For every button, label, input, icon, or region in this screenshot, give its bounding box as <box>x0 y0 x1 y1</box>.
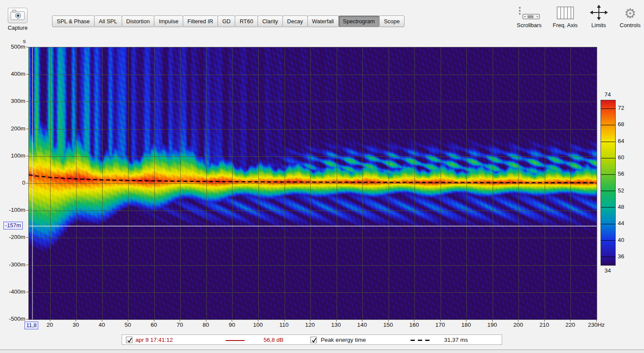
axis-tick <box>26 292 28 292</box>
gear-icon: ⚙ <box>624 3 636 21</box>
view-tabs: SPL & PhaseAll SPLDistortionImpulseFilte… <box>52 15 405 27</box>
check-icon <box>311 337 317 344</box>
camera-icon <box>8 8 28 23</box>
freq-cursor-readout: 11,8 <box>25 322 38 329</box>
tab-distortion[interactable]: Distortion <box>122 15 155 27</box>
axis-tick <box>154 319 154 322</box>
tab-impulse[interactable]: Impulse <box>154 15 183 27</box>
axis-tick <box>180 319 180 322</box>
axis-tick <box>26 74 28 74</box>
axis-tick <box>206 319 206 322</box>
axis-tick <box>26 47 28 47</box>
tab-decay[interactable]: Decay <box>282 15 308 27</box>
axis-tick <box>26 319 28 319</box>
colorbar-tick-label: 40 <box>618 237 624 243</box>
tab-waterfall[interactable]: Waterfall <box>307 15 339 27</box>
freq-axis-icon <box>555 3 575 21</box>
tab-rt60[interactable]: RT60 <box>235 15 258 27</box>
measurement-spl-value: 56,8 dB <box>264 337 284 343</box>
capture-label: Capture <box>5 25 30 31</box>
tab-spl-phase[interactable]: SPL & Phase <box>52 15 95 27</box>
tool-label: Scrollbars <box>517 22 542 28</box>
colorbar-tick-label: 72 <box>618 105 624 111</box>
axis-tick <box>258 319 258 322</box>
axis-tick <box>26 237 28 238</box>
tab-gd[interactable]: GD <box>218 15 236 27</box>
freq-tick-label: 230Hz <box>581 322 612 328</box>
time-tick-label: 500m <box>0 43 25 50</box>
axis-tick <box>76 319 76 322</box>
axis-tick <box>440 319 441 322</box>
scrollbars-button[interactable]: Scrollbars <box>517 3 542 28</box>
axis-tick <box>26 210 28 211</box>
axis-tick <box>518 319 518 322</box>
colorbar-tick-label: 56 <box>618 170 624 177</box>
axis-tick <box>388 319 389 322</box>
tab-all-spl[interactable]: All SPL <box>94 15 122 27</box>
time-tick-label: 200m <box>0 125 25 132</box>
measurement-line-sample <box>226 340 245 341</box>
peak-energy-line-sample <box>411 340 431 341</box>
peak-energy-checkbox[interactable] <box>310 337 317 343</box>
axis-tick <box>310 319 310 322</box>
colorbar <box>601 100 616 266</box>
tab-scope[interactable]: Scope <box>379 15 405 27</box>
bottom-divider <box>0 350 644 353</box>
axis-tick <box>26 101 28 102</box>
time-tick-label: -300m <box>0 261 25 268</box>
tab-spectrogram[interactable]: Spectrogram <box>338 15 380 27</box>
controls-button[interactable]: ⚙Controls <box>620 3 641 28</box>
graph-tools: ScrollbarsFreq. AxisLimits⚙Controls <box>517 3 641 28</box>
time-tick-label: 100m <box>0 152 25 159</box>
spectrogram-canvas[interactable] <box>28 47 597 320</box>
colorbar-min-label: 34 <box>599 267 616 274</box>
axis-tick <box>26 156 28 156</box>
time-tick-label: -200m <box>0 234 25 240</box>
limits-icon <box>589 3 609 21</box>
check-icon <box>126 337 133 344</box>
tool-label: Controls <box>620 22 641 28</box>
axis-tick <box>284 319 285 322</box>
colorbar-tick-label: 60 <box>618 154 624 161</box>
time-cursor-readout: -157m <box>3 222 23 229</box>
colorbar-tick-label: 64 <box>618 138 624 144</box>
axis-tick <box>26 265 28 265</box>
tool-label: Limits <box>592 22 606 28</box>
axis-tick <box>128 319 128 322</box>
freq-axis-button[interactable]: Freq. Axis <box>553 3 578 28</box>
axis-tick <box>232 319 232 322</box>
axis-tick <box>492 319 493 322</box>
colorbar-tick-label: 48 <box>618 204 624 210</box>
colorbar-max-label: 74 <box>599 91 616 98</box>
tool-label: Freq. Axis <box>553 22 578 28</box>
axis-tick <box>26 129 28 129</box>
axis-tick <box>362 319 362 322</box>
axis-tick <box>570 319 570 322</box>
measurement-label: apr 9 17:41:12 <box>135 337 173 343</box>
legend: apr 9 17:41:12 56,8 dB Peak energy time … <box>122 334 502 345</box>
axis-tick <box>544 319 545 322</box>
colorbar-tick-label: 44 <box>618 220 624 226</box>
time-tick-label: 0 <box>0 180 25 186</box>
axis-tick <box>336 319 337 322</box>
time-tick-label: 400m <box>0 71 25 77</box>
time-tick-label: -100m <box>0 207 25 213</box>
axis-tick <box>26 183 28 183</box>
limits-button[interactable]: Limits <box>589 3 609 28</box>
capture-button[interactable]: Capture <box>5 8 30 31</box>
time-tick-label: -500m <box>0 316 25 322</box>
colorbar-tick-label: 36 <box>618 253 624 260</box>
time-tick-label: 300m <box>0 98 25 104</box>
tab-filtered-ir[interactable]: Filtered IR <box>183 15 218 27</box>
colorbar-tick-label: 68 <box>618 121 624 127</box>
time-tick-label: -400m <box>0 288 25 295</box>
axis-tick <box>466 319 466 322</box>
tab-clarity[interactable]: Clarity <box>258 15 283 27</box>
peak-energy-label: Peak energy time <box>321 337 366 343</box>
measurement-checkbox[interactable] <box>126 337 132 343</box>
peak-energy-value: 31,37 ms <box>444 337 468 343</box>
axis-tick <box>50 319 50 322</box>
axis-tick <box>102 319 102 322</box>
scrollbars-icon <box>517 3 541 21</box>
axis-tick <box>596 319 597 322</box>
